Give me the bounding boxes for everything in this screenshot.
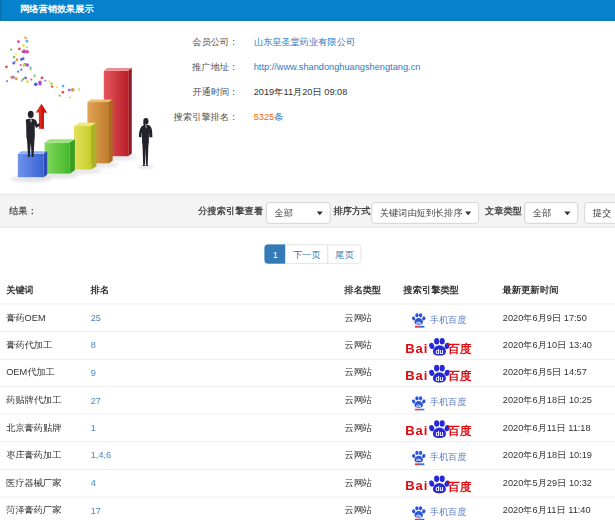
svg-text:du: du: [416, 402, 421, 407]
svg-text:du: du: [416, 512, 421, 517]
svg-text:du: du: [435, 348, 443, 355]
svg-text:du: du: [435, 375, 443, 382]
svg-text:Bai: Bai: [405, 423, 428, 438]
svg-text:du: du: [416, 320, 421, 325]
svg-text:百度: 百度: [447, 370, 471, 384]
svg-text:百度: 百度: [447, 425, 471, 439]
svg-text:Bai: Bai: [405, 341, 428, 356]
svg-text:百度: 百度: [447, 480, 471, 494]
svg-text:Bai: Bai: [405, 368, 428, 383]
svg-text:百度: 百度: [447, 342, 471, 356]
svg-text:du: du: [435, 430, 443, 437]
svg-text:du: du: [435, 485, 443, 492]
svg-text:Bai: Bai: [405, 478, 428, 493]
svg-text:du: du: [416, 457, 421, 462]
